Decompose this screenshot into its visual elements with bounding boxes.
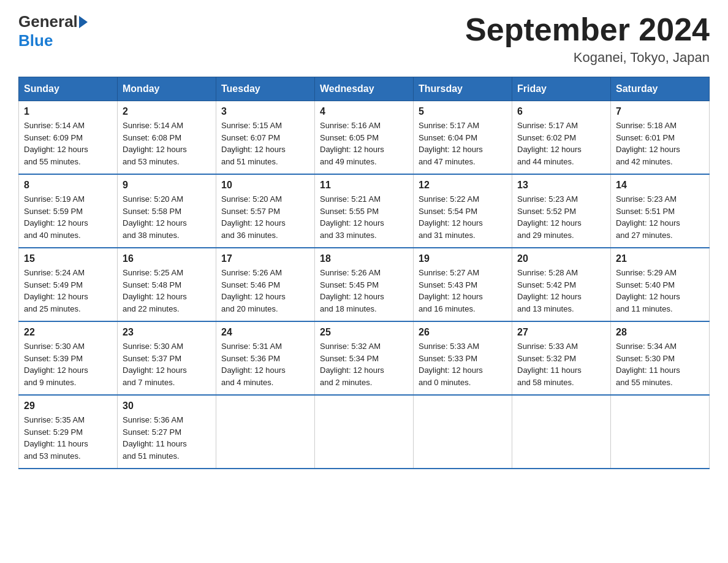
day-info: Sunrise: 5:27 AMSunset: 5:43 PMDaylight:… (419, 267, 507, 315)
day-info: Sunrise: 5:32 AMSunset: 5:34 PMDaylight:… (320, 340, 408, 388)
logo-blue: Blue (18, 31, 53, 50)
day-info: Sunrise: 5:22 AMSunset: 5:54 PMDaylight:… (419, 193, 507, 241)
day-info: Sunrise: 5:19 AMSunset: 5:59 PMDaylight:… (24, 193, 112, 241)
calendar-week-2: 8Sunrise: 5:19 AMSunset: 5:59 PMDaylight… (19, 174, 710, 248)
calendar-week-3: 15Sunrise: 5:24 AMSunset: 5:49 PMDayligh… (19, 248, 710, 321)
calendar-cell: 26Sunrise: 5:33 AMSunset: 5:33 PMDayligh… (414, 321, 512, 395)
calendar-cell: 4Sunrise: 5:16 AMSunset: 6:05 PMDaylight… (315, 101, 414, 175)
day-number: 17 (221, 253, 309, 264)
calendar-cell: 30Sunrise: 5:36 AMSunset: 5:27 PMDayligh… (118, 395, 216, 469)
calendar-cell (512, 395, 611, 469)
calendar-cell: 18Sunrise: 5:26 AMSunset: 5:45 PMDayligh… (315, 248, 414, 321)
calendar-cell: 22Sunrise: 5:30 AMSunset: 5:39 PMDayligh… (19, 321, 118, 395)
calendar-cell: 10Sunrise: 5:20 AMSunset: 5:57 PMDayligh… (216, 174, 315, 248)
day-number: 26 (419, 327, 507, 338)
calendar-cell: 7Sunrise: 5:18 AMSunset: 6:01 PMDaylight… (611, 101, 710, 175)
calendar-table: SundayMondayTuesdayWednesdayThursdayFrid… (18, 77, 710, 469)
header-row: SundayMondayTuesdayWednesdayThursdayFrid… (19, 77, 710, 101)
header-wednesday: Wednesday (315, 77, 414, 101)
day-number: 5 (419, 106, 507, 117)
header-tuesday: Tuesday (216, 77, 315, 101)
calendar-body: 1Sunrise: 5:14 AMSunset: 6:09 PMDaylight… (19, 101, 710, 469)
calendar-cell: 25Sunrise: 5:32 AMSunset: 5:34 PMDayligh… (315, 321, 414, 395)
day-number: 9 (123, 180, 211, 191)
day-info: Sunrise: 5:23 AMSunset: 5:52 PMDaylight:… (517, 193, 605, 241)
header-thursday: Thursday (414, 77, 512, 101)
calendar-cell: 9Sunrise: 5:20 AMSunset: 5:58 PMDaylight… (118, 174, 216, 248)
day-number: 30 (123, 400, 211, 412)
day-info: Sunrise: 5:26 AMSunset: 5:45 PMDaylight:… (320, 267, 408, 315)
day-info: Sunrise: 5:21 AMSunset: 5:55 PMDaylight:… (320, 193, 408, 241)
day-info: Sunrise: 5:31 AMSunset: 5:36 PMDaylight:… (221, 340, 309, 388)
day-info: Sunrise: 5:20 AMSunset: 5:58 PMDaylight:… (123, 193, 211, 241)
logo-general: General (18, 12, 78, 31)
calendar-cell: 5Sunrise: 5:17 AMSunset: 6:04 PMDaylight… (414, 101, 512, 175)
calendar-week-5: 29Sunrise: 5:35 AMSunset: 5:29 PMDayligh… (19, 395, 710, 469)
day-info: Sunrise: 5:23 AMSunset: 5:51 PMDaylight:… (616, 193, 704, 241)
calendar-cell: 28Sunrise: 5:34 AMSunset: 5:30 PMDayligh… (611, 321, 710, 395)
day-number: 19 (419, 253, 507, 264)
day-number: 10 (221, 180, 309, 191)
day-number: 11 (320, 180, 408, 191)
calendar-cell (216, 395, 315, 469)
calendar-cell: 2Sunrise: 5:14 AMSunset: 6:08 PMDaylight… (118, 101, 216, 175)
day-number: 21 (616, 253, 704, 264)
day-number: 2 (123, 106, 211, 117)
calendar-cell: 17Sunrise: 5:26 AMSunset: 5:46 PMDayligh… (216, 248, 315, 321)
day-number: 13 (517, 180, 605, 191)
logo-arrow-icon (79, 16, 88, 28)
day-number: 12 (419, 180, 507, 191)
day-number: 7 (616, 106, 704, 117)
day-info: Sunrise: 5:20 AMSunset: 5:57 PMDaylight:… (221, 193, 309, 241)
calendar-cell: 3Sunrise: 5:15 AMSunset: 6:07 PMDaylight… (216, 101, 315, 175)
calendar-cell: 12Sunrise: 5:22 AMSunset: 5:54 PMDayligh… (414, 174, 512, 248)
day-info: Sunrise: 5:36 AMSunset: 5:27 PMDaylight:… (123, 414, 211, 462)
day-number: 6 (517, 106, 605, 117)
calendar-cell: 29Sunrise: 5:35 AMSunset: 5:29 PMDayligh… (19, 395, 118, 469)
day-number: 8 (24, 180, 112, 191)
day-info: Sunrise: 5:17 AMSunset: 6:02 PMDaylight:… (517, 120, 605, 167)
day-number: 3 (221, 106, 309, 117)
location-subtitle: Koganei, Tokyo, Japan (465, 50, 710, 66)
calendar-cell: 6Sunrise: 5:17 AMSunset: 6:02 PMDaylight… (512, 101, 611, 175)
calendar-cell: 16Sunrise: 5:25 AMSunset: 5:48 PMDayligh… (118, 248, 216, 321)
day-info: Sunrise: 5:16 AMSunset: 6:05 PMDaylight:… (320, 120, 408, 167)
header-friday: Friday (512, 77, 611, 101)
day-number: 28 (616, 327, 704, 338)
day-number: 29 (24, 400, 112, 412)
day-info: Sunrise: 5:14 AMSunset: 6:08 PMDaylight:… (123, 120, 211, 167)
header-monday: Monday (118, 77, 216, 101)
calendar-cell (315, 395, 414, 469)
calendar-cell: 1Sunrise: 5:14 AMSunset: 6:09 PMDaylight… (19, 101, 118, 175)
page-header: General Blue September 2024 Koganei, Tok… (18, 12, 710, 66)
logo: General Blue (18, 12, 89, 50)
day-info: Sunrise: 5:15 AMSunset: 6:07 PMDaylight:… (221, 120, 309, 167)
day-number: 18 (320, 253, 408, 264)
calendar-cell: 27Sunrise: 5:33 AMSunset: 5:32 PMDayligh… (512, 321, 611, 395)
calendar-cell: 21Sunrise: 5:29 AMSunset: 5:40 PMDayligh… (611, 248, 710, 321)
header-saturday: Saturday (611, 77, 710, 101)
day-info: Sunrise: 5:24 AMSunset: 5:49 PMDaylight:… (24, 267, 112, 315)
title-block: September 2024 Koganei, Tokyo, Japan (465, 12, 710, 66)
day-info: Sunrise: 5:28 AMSunset: 5:42 PMDaylight:… (517, 267, 605, 315)
header-sunday: Sunday (19, 77, 118, 101)
day-info: Sunrise: 5:34 AMSunset: 5:30 PMDaylight:… (616, 340, 704, 388)
calendar-week-1: 1Sunrise: 5:14 AMSunset: 6:09 PMDaylight… (19, 101, 710, 175)
calendar-cell (414, 395, 512, 469)
day-info: Sunrise: 5:17 AMSunset: 6:04 PMDaylight:… (419, 120, 507, 167)
day-number: 16 (123, 253, 211, 264)
day-info: Sunrise: 5:33 AMSunset: 5:33 PMDaylight:… (419, 340, 507, 388)
calendar-cell: 20Sunrise: 5:28 AMSunset: 5:42 PMDayligh… (512, 248, 611, 321)
day-number: 25 (320, 327, 408, 338)
day-number: 15 (24, 253, 112, 264)
day-number: 23 (123, 327, 211, 338)
day-info: Sunrise: 5:18 AMSunset: 6:01 PMDaylight:… (616, 120, 704, 167)
calendar-cell: 14Sunrise: 5:23 AMSunset: 5:51 PMDayligh… (611, 174, 710, 248)
day-info: Sunrise: 5:14 AMSunset: 6:09 PMDaylight:… (24, 120, 112, 167)
month-title: September 2024 (465, 12, 710, 47)
calendar-cell (611, 395, 710, 469)
day-info: Sunrise: 5:25 AMSunset: 5:48 PMDaylight:… (123, 267, 211, 315)
calendar-week-4: 22Sunrise: 5:30 AMSunset: 5:39 PMDayligh… (19, 321, 710, 395)
day-number: 1 (24, 106, 112, 117)
day-info: Sunrise: 5:26 AMSunset: 5:46 PMDaylight:… (221, 267, 309, 315)
